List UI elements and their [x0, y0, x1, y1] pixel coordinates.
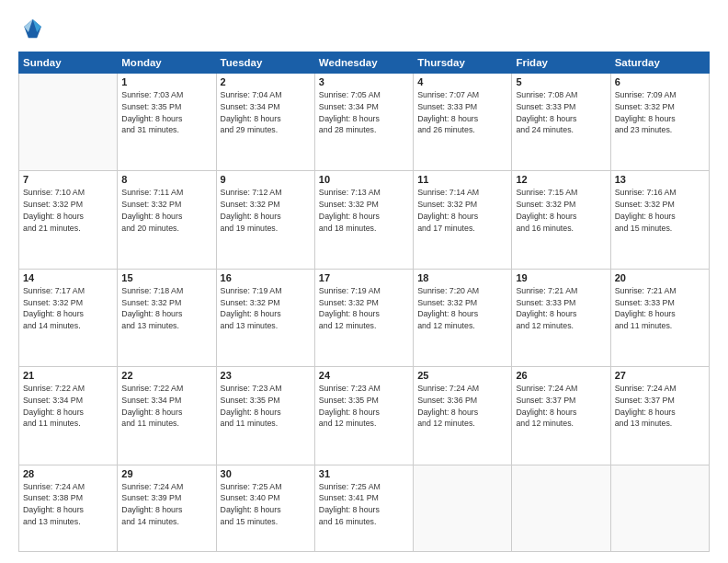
day-info: Sunrise: 7:10 AMSunset: 3:32 PMDaylight:… [23, 187, 113, 234]
calendar-cell [19, 74, 118, 171]
calendar-cell: 11Sunrise: 7:14 AMSunset: 3:32 PMDayligh… [414, 171, 512, 269]
weekday-header: Sunday [19, 52, 118, 74]
day-info: Sunrise: 7:09 AMSunset: 3:32 PMDaylight:… [615, 89, 705, 136]
day-number: 4 [417, 76, 507, 87]
calendar-cell: 13Sunrise: 7:16 AMSunset: 3:32 PMDayligh… [610, 171, 709, 269]
day-number: 7 [23, 174, 113, 185]
day-number: 10 [319, 174, 409, 185]
day-info: Sunrise: 7:23 AMSunset: 3:35 PMDaylight:… [319, 383, 409, 430]
calendar-cell: 15Sunrise: 7:18 AMSunset: 3:32 PMDayligh… [118, 269, 216, 366]
calendar-cell: 30Sunrise: 7:25 AMSunset: 3:40 PMDayligh… [216, 465, 314, 551]
day-info: Sunrise: 7:21 AMSunset: 3:33 PMDaylight:… [516, 285, 606, 332]
day-info: Sunrise: 7:12 AMSunset: 3:32 PMDaylight:… [221, 187, 311, 234]
weekday-header: Thursday [414, 52, 512, 74]
day-number: 26 [516, 370, 606, 381]
calendar-cell: 1Sunrise: 7:03 AMSunset: 3:35 PMDaylight… [118, 74, 216, 171]
calendar-cell: 12Sunrise: 7:15 AMSunset: 3:32 PMDayligh… [512, 171, 610, 269]
day-info: Sunrise: 7:18 AMSunset: 3:32 PMDaylight:… [121, 285, 211, 332]
calendar-cell: 5Sunrise: 7:08 AMSunset: 3:33 PMDaylight… [512, 74, 610, 171]
calendar-week-row: 28Sunrise: 7:24 AMSunset: 3:38 PMDayligh… [19, 465, 710, 551]
calendar-week-row: 21Sunrise: 7:22 AMSunset: 3:34 PMDayligh… [19, 367, 710, 465]
day-number: 5 [516, 76, 606, 87]
day-number: 24 [319, 370, 409, 381]
day-info: Sunrise: 7:04 AMSunset: 3:34 PMDaylight:… [221, 89, 311, 136]
weekday-header: Monday [118, 52, 216, 74]
day-number: 27 [615, 370, 705, 381]
day-info: Sunrise: 7:25 AMSunset: 3:40 PMDaylight:… [221, 481, 311, 528]
day-number: 29 [121, 468, 211, 479]
header [18, 17, 710, 42]
calendar-cell [414, 465, 512, 551]
day-info: Sunrise: 7:23 AMSunset: 3:35 PMDaylight:… [221, 383, 311, 430]
calendar-cell: 9Sunrise: 7:12 AMSunset: 3:32 PMDaylight… [216, 171, 314, 269]
calendar-cell: 10Sunrise: 7:13 AMSunset: 3:32 PMDayligh… [314, 171, 413, 269]
day-info: Sunrise: 7:19 AMSunset: 3:32 PMDaylight:… [221, 285, 311, 332]
day-number: 31 [319, 468, 409, 479]
day-number: 16 [221, 272, 311, 283]
calendar-week-row: 7Sunrise: 7:10 AMSunset: 3:32 PMDaylight… [19, 171, 710, 269]
day-number: 8 [121, 174, 211, 185]
logo-icon [18, 17, 44, 42]
day-number: 30 [221, 468, 311, 479]
calendar-cell: 7Sunrise: 7:10 AMSunset: 3:32 PMDaylight… [19, 171, 118, 269]
day-info: Sunrise: 7:15 AMSunset: 3:32 PMDaylight:… [516, 187, 606, 234]
day-info: Sunrise: 7:17 AMSunset: 3:32 PMDaylight:… [23, 285, 113, 332]
day-info: Sunrise: 7:07 AMSunset: 3:33 PMDaylight:… [417, 89, 507, 136]
calendar-cell: 17Sunrise: 7:19 AMSunset: 3:32 PMDayligh… [314, 269, 413, 366]
calendar-cell [512, 465, 610, 551]
calendar-cell: 21Sunrise: 7:22 AMSunset: 3:34 PMDayligh… [19, 367, 118, 465]
calendar-cell: 29Sunrise: 7:24 AMSunset: 3:39 PMDayligh… [118, 465, 216, 551]
day-number: 14 [23, 272, 113, 283]
day-number: 25 [417, 370, 507, 381]
page: SundayMondayTuesdayWednesdayThursdayFrid… [0, 0, 728, 563]
day-number: 19 [516, 272, 606, 283]
weekday-header: Tuesday [216, 52, 314, 74]
day-info: Sunrise: 7:05 AMSunset: 3:34 PMDaylight:… [319, 89, 409, 136]
calendar-cell: 20Sunrise: 7:21 AMSunset: 3:33 PMDayligh… [610, 269, 709, 366]
calendar-cell: 24Sunrise: 7:23 AMSunset: 3:35 PMDayligh… [314, 367, 413, 465]
calendar-week-row: 14Sunrise: 7:17 AMSunset: 3:32 PMDayligh… [19, 269, 710, 366]
day-info: Sunrise: 7:24 AMSunset: 3:38 PMDaylight:… [23, 481, 113, 528]
calendar-cell: 23Sunrise: 7:23 AMSunset: 3:35 PMDayligh… [216, 367, 314, 465]
calendar-cell: 22Sunrise: 7:22 AMSunset: 3:34 PMDayligh… [118, 367, 216, 465]
calendar-cell: 18Sunrise: 7:20 AMSunset: 3:32 PMDayligh… [414, 269, 512, 366]
day-info: Sunrise: 7:11 AMSunset: 3:32 PMDaylight:… [121, 187, 211, 234]
calendar-cell: 26Sunrise: 7:24 AMSunset: 3:37 PMDayligh… [512, 367, 610, 465]
calendar-cell: 2Sunrise: 7:04 AMSunset: 3:34 PMDaylight… [216, 74, 314, 171]
day-number: 18 [417, 272, 507, 283]
day-number: 23 [221, 370, 311, 381]
day-info: Sunrise: 7:03 AMSunset: 3:35 PMDaylight:… [121, 89, 211, 136]
calendar-cell: 3Sunrise: 7:05 AMSunset: 3:34 PMDaylight… [314, 74, 413, 171]
day-number: 20 [615, 272, 705, 283]
day-info: Sunrise: 7:13 AMSunset: 3:32 PMDaylight:… [319, 187, 409, 234]
day-number: 28 [23, 468, 113, 479]
calendar-cell: 31Sunrise: 7:25 AMSunset: 3:41 PMDayligh… [314, 465, 413, 551]
day-info: Sunrise: 7:24 AMSunset: 3:36 PMDaylight:… [417, 383, 507, 430]
day-info: Sunrise: 7:21 AMSunset: 3:33 PMDaylight:… [615, 285, 705, 332]
calendar-cell [610, 465, 709, 551]
logo [18, 17, 48, 42]
day-number: 21 [23, 370, 113, 381]
calendar-week-row: 1Sunrise: 7:03 AMSunset: 3:35 PMDaylight… [19, 74, 710, 171]
day-info: Sunrise: 7:24 AMSunset: 3:37 PMDaylight:… [516, 383, 606, 430]
calendar-cell: 8Sunrise: 7:11 AMSunset: 3:32 PMDaylight… [118, 171, 216, 269]
day-info: Sunrise: 7:22 AMSunset: 3:34 PMDaylight:… [121, 383, 211, 430]
day-info: Sunrise: 7:14 AMSunset: 3:32 PMDaylight:… [417, 187, 507, 234]
day-number: 22 [121, 370, 211, 381]
day-info: Sunrise: 7:22 AMSunset: 3:34 PMDaylight:… [23, 383, 113, 430]
day-number: 17 [319, 272, 409, 283]
day-info: Sunrise: 7:16 AMSunset: 3:32 PMDaylight:… [615, 187, 705, 234]
day-info: Sunrise: 7:20 AMSunset: 3:32 PMDaylight:… [417, 285, 507, 332]
calendar-cell: 14Sunrise: 7:17 AMSunset: 3:32 PMDayligh… [19, 269, 118, 366]
day-number: 1 [121, 76, 211, 87]
weekday-header: Saturday [610, 52, 709, 74]
day-number: 2 [221, 76, 311, 87]
calendar-cell: 25Sunrise: 7:24 AMSunset: 3:36 PMDayligh… [414, 367, 512, 465]
day-info: Sunrise: 7:24 AMSunset: 3:39 PMDaylight:… [121, 481, 211, 528]
day-number: 11 [417, 174, 507, 185]
day-info: Sunrise: 7:24 AMSunset: 3:37 PMDaylight:… [615, 383, 705, 430]
calendar-cell: 27Sunrise: 7:24 AMSunset: 3:37 PMDayligh… [610, 367, 709, 465]
calendar-cell: 28Sunrise: 7:24 AMSunset: 3:38 PMDayligh… [19, 465, 118, 551]
day-info: Sunrise: 7:08 AMSunset: 3:33 PMDaylight:… [516, 89, 606, 136]
calendar-cell: 6Sunrise: 7:09 AMSunset: 3:32 PMDaylight… [610, 74, 709, 171]
